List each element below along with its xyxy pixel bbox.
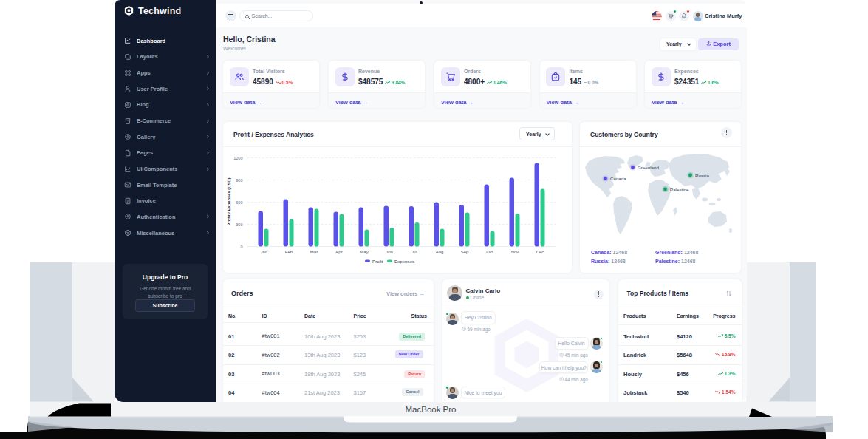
svg-text:1200: 1200 [233,156,242,160]
svg-text:Mar: Mar [310,250,318,254]
svg-text:Russia: Russia [695,173,709,178]
svg-text:May: May [360,250,368,254]
svg-text:Jun: Jun [386,250,393,254]
svg-text:Apr: Apr [335,250,342,254]
svg-text:Profit: Profit [372,259,383,264]
svg-text:Canada: Canada [610,176,626,181]
svg-text:Palestine: Palestine [670,187,689,192]
svg-text:Oct: Oct [486,250,493,254]
svg-text:Profit / Expenses (USD): Profit / Expenses (USD) [227,178,231,226]
svg-text:Greenland: Greenland [638,165,659,170]
svg-text:Expenses: Expenses [394,259,414,264]
svg-text:Jan: Jan [260,250,267,254]
svg-text:0: 0 [240,245,242,249]
svg-text:Nov: Nov [511,250,519,254]
svg-text:Sep: Sep [461,250,469,254]
svg-text:Jul: Jul [411,250,417,254]
svg-text:300: 300 [236,222,242,227]
svg-text:MacBook Pro: MacBook Pro [405,405,456,414]
svg-text:Aug: Aug [436,250,444,254]
svg-text:Dec: Dec [536,250,544,254]
svg-text:600: 600 [236,200,242,205]
svg-text:900: 900 [236,178,242,183]
svg-text:Feb: Feb [285,250,293,254]
